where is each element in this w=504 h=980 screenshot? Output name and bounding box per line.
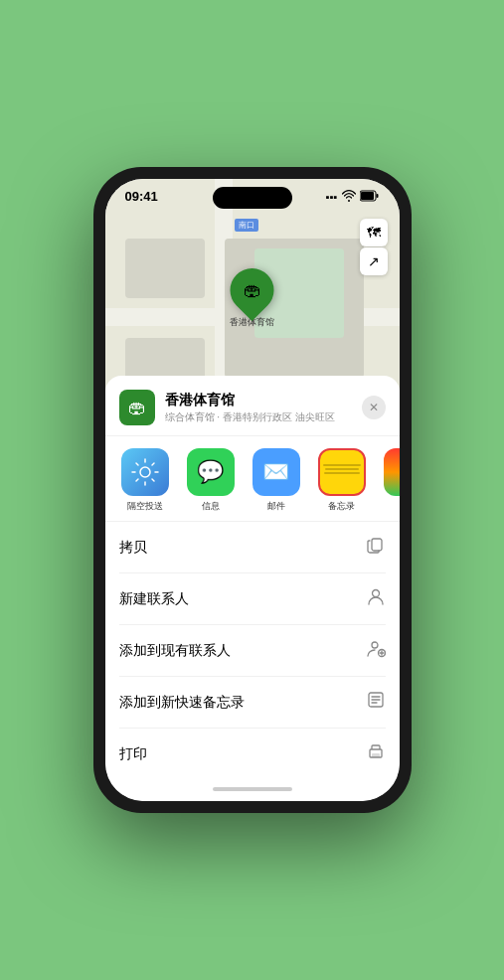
airdrop-icon [121, 448, 169, 496]
copy-icon [366, 535, 386, 560]
action-new-contact-label: 新建联系人 [119, 590, 189, 608]
action-copy[interactable]: 拷贝 [119, 522, 386, 573]
note-icon [366, 690, 386, 715]
home-indicator [213, 787, 292, 791]
svg-rect-1 [361, 192, 374, 200]
svg-point-3 [140, 467, 150, 477]
battery-icon [360, 190, 380, 204]
location-pin: 🏟 香港体育馆 [230, 268, 274, 329]
action-list: 拷贝 新建联系人 [105, 522, 400, 779]
svg-point-5 [372, 590, 379, 597]
action-print-label: 打印 [119, 745, 147, 763]
share-item-messages[interactable]: 💬 信息 [181, 448, 241, 513]
notes-label: 备忘录 [328, 500, 355, 513]
action-copy-label: 拷贝 [119, 539, 147, 557]
mail-label: 邮件 [267, 500, 285, 513]
notes-icon [318, 448, 366, 496]
dynamic-island [213, 187, 292, 209]
svg-rect-2 [376, 194, 378, 198]
action-new-contact[interactable]: 新建联系人 [119, 573, 386, 625]
share-item-mail[interactable]: ✉️ 邮件 [247, 448, 306, 513]
venue-info: 香港体育馆 综合体育馆 · 香港特别行政区 油尖旺区 [165, 392, 362, 424]
pin-icon-shape: 🏟 [221, 259, 282, 321]
signal-icon: ▪▪▪ [326, 191, 338, 203]
share-item-airdrop[interactable]: 隔空投送 [115, 448, 175, 513]
mail-icon: ✉️ [252, 448, 300, 496]
messages-label: 信息 [202, 500, 220, 513]
phone-frame: 09:41 ▪▪▪ [93, 167, 412, 813]
phone-screen: 09:41 ▪▪▪ [105, 179, 400, 801]
close-button[interactable]: ✕ [362, 396, 386, 419]
venue-name: 香港体育馆 [165, 392, 362, 409]
messages-icon: 💬 [187, 448, 235, 496]
share-item-more[interactable]: 推 [378, 448, 400, 513]
action-add-note[interactable]: 添加到新快速备忘录 [119, 677, 386, 729]
status-icons: ▪▪▪ [326, 190, 380, 204]
action-print[interactable]: 打印 [119, 729, 386, 779]
wifi-icon [342, 190, 356, 204]
person-add-icon [366, 638, 386, 663]
share-item-notes[interactable]: 备忘录 [312, 448, 372, 513]
airdrop-label: 隔空投送 [127, 500, 163, 513]
pin-icon-inner: 🏟 [244, 280, 261, 301]
action-add-contact-label: 添加到现有联系人 [119, 642, 231, 660]
print-icon [366, 741, 386, 766]
close-icon: ✕ [369, 401, 379, 414]
share-row: 隔空投送 💬 信息 ✉️ 邮件 [105, 436, 400, 522]
map-station-label: 南口 [235, 219, 258, 232]
status-time: 09:41 [125, 189, 158, 204]
svg-point-6 [372, 642, 378, 648]
venue-desc: 综合体育馆 · 香港特别行政区 油尖旺区 [165, 410, 362, 424]
map-block-1 [125, 239, 205, 298]
svg-rect-10 [372, 753, 380, 757]
map-location-button[interactable]: ↗ [360, 247, 388, 275]
action-add-note-label: 添加到新快速备忘录 [119, 694, 245, 712]
more-icon [384, 448, 400, 496]
person-icon [366, 586, 386, 611]
venue-icon: 🏟 [119, 390, 155, 425]
bottom-sheet: 🏟 香港体育馆 综合体育馆 · 香港特别行政区 油尖旺区 ✕ [105, 376, 400, 801]
action-add-contact[interactable]: 添加到现有联系人 [119, 625, 386, 677]
venue-header: 🏟 香港体育馆 综合体育馆 · 香港特别行政区 油尖旺区 ✕ [105, 376, 400, 436]
map-style-button[interactable]: 🗺 [360, 219, 388, 246]
map-btn-group: 🗺 ↗ [360, 219, 388, 275]
svg-rect-4 [372, 539, 382, 551]
